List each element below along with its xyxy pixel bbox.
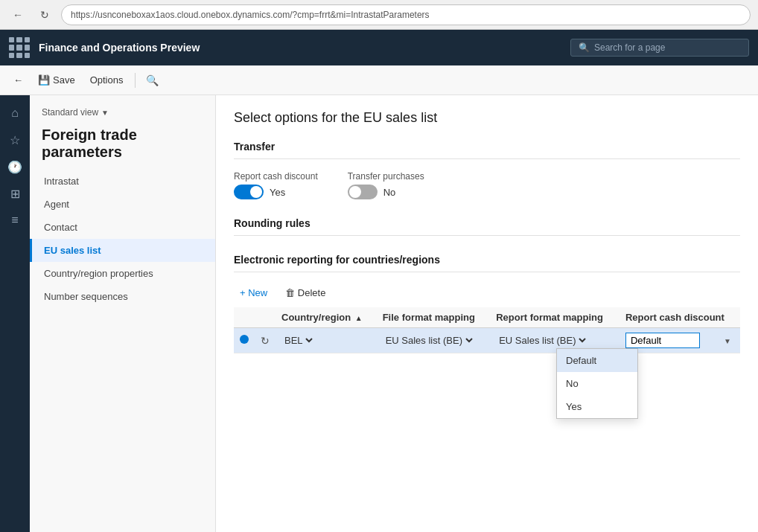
browser-bar: ← ↻ https://usnconeboxax1aos.cloud.onebo… (0, 0, 758, 30)
standard-view-label[interactable]: Standard view (42, 107, 98, 118)
transfer-group-title: Transfer (234, 141, 740, 159)
transfer-fields-row: Report cash discount Yes Transfer purcha… (234, 171, 740, 199)
waffle-dot (9, 53, 14, 58)
sidebar: Standard view ▼ Foreign trade parameters… (30, 95, 216, 532)
refresh-button[interactable]: ↻ (34, 4, 55, 25)
global-search[interactable]: 🔍 Search for a page (570, 39, 749, 57)
save-icon: 💾 (38, 74, 50, 86)
waffle-dot (9, 37, 14, 42)
report-cash-input[interactable] (625, 333, 700, 348)
row-file-format-cell: EU Sales list (BE) (377, 328, 491, 353)
chevron-down-icon: ▼ (101, 109, 109, 117)
waffle-menu[interactable] (9, 37, 30, 58)
col-header-report-format: Report format mapping (490, 307, 620, 328)
row-sync-cell: ↻ (255, 328, 276, 353)
delete-label: 🗑 Delete (285, 287, 325, 298)
report-cash-discount-toggle[interactable] (234, 185, 264, 199)
dropdown-option-no[interactable]: No (557, 372, 637, 395)
waffle-dot (16, 53, 22, 58)
transfer-purchases-label: Transfer purchases (348, 171, 424, 182)
chevron-down-icon: ▼ (724, 336, 731, 344)
col-header-file-format: File format mapping (377, 307, 491, 328)
workspaces-icon[interactable]: ⊞ (3, 182, 27, 205)
waffle-dot (25, 37, 30, 42)
sort-icon: ▲ (355, 314, 363, 322)
search-icon: 🔍 (579, 42, 590, 53)
sidebar-item-intrastat[interactable]: Intrastat (30, 170, 215, 193)
file-format-select[interactable]: EU Sales list (BE) (383, 334, 475, 347)
page-title: Foreign trade parameters (30, 124, 215, 170)
report-cash-discount-value: Yes (270, 187, 285, 198)
home-icon[interactable]: ⌂ (3, 101, 27, 125)
row-selected-indicator (240, 335, 249, 344)
table-row: ↻ BEL EU Sales list (BE) (234, 328, 740, 353)
left-nav-icons: ⌂ ☆ 🕐 ⊞ ≡ (0, 95, 30, 532)
modules-icon[interactable]: ≡ (3, 208, 27, 232)
toolbar: ← 💾 Save Options 🔍 (0, 65, 758, 95)
delete-button[interactable]: 🗑 Delete (279, 284, 331, 301)
transfer-purchases-value: No (383, 187, 396, 198)
app-title: Finance and Operations Preview (39, 42, 561, 54)
url-text: https://usnconeboxax1aos.cloud.onebox.dy… (71, 10, 430, 20)
transfer-purchases-toggle-container: No (348, 185, 424, 199)
electronic-reporting-title: Electronic reporting for countries/regio… (234, 254, 740, 272)
rounding-rules-title: Rounding rules (234, 217, 740, 236)
rounding-rules-group: Rounding rules (234, 217, 740, 236)
new-label: + New (240, 287, 267, 298)
waffle-dot (25, 45, 30, 50)
app-header: Finance and Operations Preview 🔍 Search … (0, 30, 758, 65)
toggle-knob (250, 186, 262, 198)
table-toolbar: + New 🗑 Delete (234, 284, 740, 301)
sidebar-item-number-sequences[interactable]: Number sequences (30, 285, 215, 308)
save-label: Save (53, 74, 75, 86)
col-header-refresh (255, 307, 276, 328)
favorites-icon[interactable]: ☆ (3, 128, 27, 152)
new-button[interactable]: + New (234, 284, 273, 301)
section-title: Select options for the EU sales list (234, 110, 740, 126)
report-cash-discount-label: Report cash discount (234, 171, 318, 182)
waffle-dot (16, 45, 22, 50)
report-cash-discount-toggle-container: Yes (234, 185, 318, 199)
report-cash-dropdown-popup: Default No Yes (556, 348, 638, 419)
transfer-purchases-toggle[interactable] (348, 185, 378, 199)
dropdown-option-yes[interactable]: Yes (557, 395, 637, 418)
report-cash-discount-field: Report cash discount Yes (234, 171, 318, 199)
sidebar-item-contact[interactable]: Contact (30, 216, 215, 239)
report-cash-dropdown-cell: ▼ (625, 333, 734, 348)
col-header-country: Country/region ▲ (276, 307, 377, 328)
waffle-dot (16, 37, 22, 42)
save-button[interactable]: 💾 Save (32, 71, 81, 89)
sync-icon: ↻ (261, 335, 270, 347)
search-placeholder: Search for a page (594, 42, 665, 53)
toolbar-divider (135, 73, 136, 88)
sidebar-item-country-region[interactable]: Country/region properties (30, 262, 215, 285)
sidebar-item-eu-sales-list[interactable]: EU sales list (30, 239, 215, 262)
waffle-dot (25, 53, 30, 58)
back-button[interactable]: ← (7, 4, 28, 25)
content-area: ⌂ ☆ 🕐 ⊞ ≡ Standard view ▼ Foreign trade … (0, 95, 758, 532)
country-select[interactable]: BEL (281, 334, 315, 347)
row-radio-cell (234, 328, 255, 353)
toolbar-search-button[interactable]: 🔍 (141, 70, 162, 91)
electronic-reporting-group: Electronic reporting for countries/regio… (234, 254, 740, 353)
back-nav-button[interactable]: ← (7, 71, 29, 89)
dropdown-option-default[interactable]: Default (557, 349, 637, 372)
transfer-group: Transfer Report cash discount Yes Transf… (234, 141, 740, 199)
toggle-knob (349, 186, 361, 198)
options-button[interactable]: Options (84, 71, 130, 89)
transfer-purchases-field: Transfer purchases No (348, 171, 424, 199)
col-header-select (234, 307, 255, 328)
sidebar-item-agent[interactable]: Agent (30, 193, 215, 216)
report-format-select[interactable]: EU Sales list (BE) (496, 334, 588, 347)
main-content: Select options for the EU sales list Tra… (216, 95, 758, 532)
col-header-report-cash: Report cash discount (620, 307, 740, 328)
row-country-cell: BEL (276, 328, 377, 353)
options-label: Options (90, 74, 124, 86)
address-bar[interactable]: https://usnconeboxax1aos.cloud.onebox.dy… (61, 4, 751, 25)
waffle-dot (9, 45, 14, 50)
sidebar-view-header: Standard view ▼ (30, 101, 215, 124)
recents-icon[interactable]: 🕐 (3, 155, 27, 179)
electronic-reporting-table: Country/region ▲ File format mapping Rep… (234, 307, 740, 353)
